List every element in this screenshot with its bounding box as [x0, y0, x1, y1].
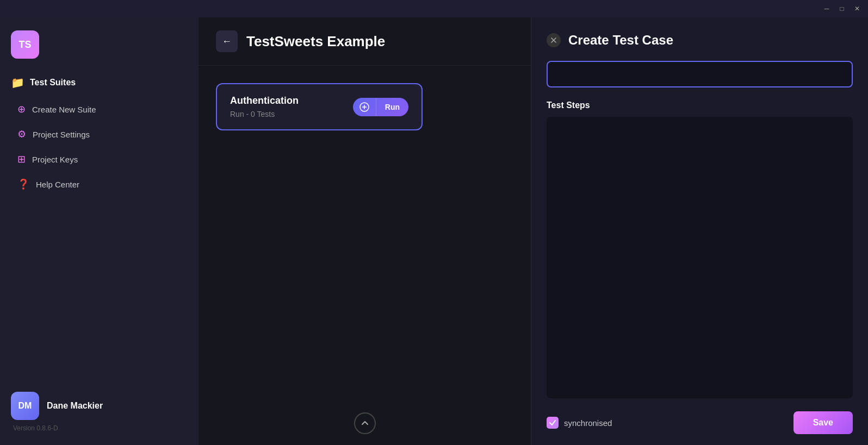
- version-label: Version 0.8.6-D: [11, 424, 188, 432]
- test-suites-section: 📁 Test Suites: [11, 76, 188, 89]
- right-panel: Create Test Case Test Steps synchronised…: [531, 17, 868, 445]
- sidebar-item-project-settings[interactable]: ⚙ Project Settings: [11, 123, 188, 146]
- main-panel: ← TestSweets Example Authentication Run …: [199, 17, 531, 445]
- sync-checkbox[interactable]: [547, 417, 559, 429]
- scroll-up-button[interactable]: [354, 412, 376, 434]
- minimize-button[interactable]: ─: [820, 2, 833, 15]
- add-test-icon[interactable]: [353, 98, 376, 116]
- sidebar: TS 📁 Test Suites ⊕ Create New Suite ⚙ Pr…: [0, 17, 199, 445]
- project-settings-label: Project Settings: [33, 130, 90, 139]
- app-logo: TS: [11, 30, 39, 59]
- main-content: Authentication Run - 0 Tests Run: [199, 66, 531, 445]
- test-suites-label: Test Suites: [30, 78, 76, 87]
- close-button[interactable]: ✕: [851, 2, 864, 15]
- main-header: ← TestSweets Example: [199, 17, 531, 66]
- user-name: Dane Mackier: [47, 401, 103, 411]
- save-button[interactable]: Save: [793, 411, 853, 434]
- back-button[interactable]: ←: [216, 30, 238, 52]
- titlebar: ─ □ ✕: [0, 0, 868, 17]
- test-name-input[interactable]: [547, 61, 853, 87]
- sync-row: synchronised: [547, 417, 612, 429]
- folder-icon: 📁: [11, 76, 24, 89]
- panel-title: Create Test Case: [568, 33, 673, 48]
- help-center-label: Help Center: [36, 180, 79, 189]
- panel-footer: synchronised Save: [547, 411, 853, 434]
- avatar: DM: [11, 392, 39, 420]
- maximize-button[interactable]: □: [835, 2, 848, 15]
- gear-icon: ⚙: [17, 128, 26, 140]
- sync-label: synchronised: [564, 418, 612, 428]
- project-keys-label: Project Keys: [32, 155, 78, 164]
- app-container: TS 📁 Test Suites ⊕ Create New Suite ⚙ Pr…: [0, 17, 868, 445]
- page-title: TestSweets Example: [246, 33, 385, 50]
- test-steps-area[interactable]: [547, 117, 853, 398]
- close-panel-button[interactable]: [547, 33, 561, 47]
- run-button[interactable]: Run: [353, 98, 408, 116]
- sidebar-bottom: DM Dane Mackier Version 0.8.6-D: [11, 392, 188, 432]
- suite-card-info: Authentication Run - 0 Tests: [230, 95, 299, 118]
- run-label[interactable]: Run: [376, 98, 408, 116]
- suite-meta: Run - 0 Tests: [230, 110, 299, 118]
- suite-name: Authentication: [230, 95, 299, 106]
- sidebar-item-project-keys[interactable]: ⊞ Project Keys: [11, 148, 188, 171]
- suite-card: Authentication Run - 0 Tests Run: [216, 83, 423, 130]
- test-steps-label: Test Steps: [547, 101, 853, 110]
- help-icon: ❓: [17, 178, 29, 190]
- sidebar-item-help-center[interactable]: ❓ Help Center: [11, 173, 188, 196]
- sidebar-item-create-new-suite[interactable]: ⊕ Create New Suite: [11, 98, 188, 121]
- create-new-suite-label: Create New Suite: [32, 105, 96, 114]
- keys-icon: ⊞: [17, 153, 26, 165]
- user-row: DM Dane Mackier: [11, 392, 188, 420]
- plus-circle-icon: ⊕: [17, 103, 26, 115]
- panel-header: Create Test Case: [547, 33, 853, 48]
- suite-card-actions: Run: [353, 98, 408, 116]
